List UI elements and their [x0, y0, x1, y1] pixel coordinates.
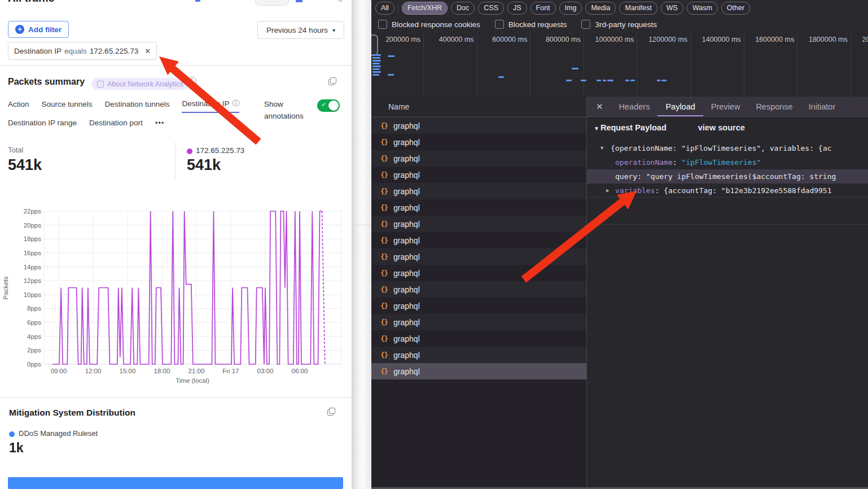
tab-destination-ip[interactable]: Destination IPⓘ: [182, 99, 239, 113]
timeline-tick-label: 1600000 ms: [755, 36, 794, 43]
divider: [587, 224, 868, 225]
svg-text:22pps: 22pps: [24, 208, 42, 215]
request-type-chip-doc[interactable]: Doc: [451, 2, 475, 15]
show-annotations-label: Show annotations: [264, 99, 310, 123]
svg-text:09:00: 09:00: [51, 368, 67, 374]
checkbox-blocked-requests[interactable]: Blocked requests: [495, 20, 567, 29]
request-payload-title[interactable]: ▼Request Payload: [594, 123, 667, 132]
mitigation-legend-label: DDoS Managed Ruleset: [19, 429, 98, 438]
request-row[interactable]: {}graphql: [371, 232, 586, 248]
request-row[interactable]: {}graphql: [371, 363, 586, 379]
request-type-chip-ws[interactable]: WS: [661, 2, 683, 15]
request-row[interactable]: {}graphql: [371, 347, 586, 363]
request-row[interactable]: {}graphql: [371, 134, 586, 150]
request-type-chip-manifest[interactable]: Manifest: [619, 2, 657, 15]
payload-line[interactable]: ▶variables: {accountTag: "b12e3b2192ee55…: [587, 184, 868, 198]
add-filter-button[interactable]: + Add filter: [8, 21, 69, 38]
name-column-header[interactable]: Name: [371, 97, 586, 117]
timeline-column: 400000 ms: [424, 33, 477, 97]
payload-key: variables: [615, 186, 655, 195]
request-row[interactable]: {}graphql: [371, 167, 586, 183]
request-row[interactable]: {}graphql: [371, 199, 586, 216]
collapsed-triangle-icon[interactable]: ▶: [606, 184, 609, 198]
request-name: graphql: [393, 285, 420, 294]
details-tab-initiator[interactable]: Initiator: [801, 97, 844, 116]
request-name: graphql: [393, 171, 420, 180]
time-range-dropdown[interactable]: Previous 24 hours ▾: [257, 21, 344, 39]
close-icon[interactable]: ✕: [596, 102, 603, 112]
request-row[interactable]: {}graphql: [371, 281, 586, 298]
timeline-tick-label: 2000000 ms: [862, 36, 868, 43]
expanded-triangle-icon[interactable]: ▼: [600, 141, 603, 155]
tab-destination-tunnels[interactable]: Destination tunnels: [105, 99, 170, 113]
request-row[interactable]: {}graphql: [371, 216, 586, 232]
cutoff-pill: [255, 0, 289, 6]
check-icon: ✓: [321, 101, 326, 108]
timeline-column: 1800000 ms: [797, 33, 851, 97]
svg-text:03:00: 03:00: [257, 368, 274, 374]
request-row[interactable]: {}graphql: [371, 314, 586, 330]
request-name: graphql: [393, 367, 420, 376]
request-type-chip-img[interactable]: Img: [559, 2, 582, 15]
payload-line[interactable]: query: "query ipFlowTimeseries($accountT…: [587, 169, 868, 184]
request-activity-mark: [388, 55, 394, 57]
svg-text:18:00: 18:00: [154, 368, 170, 374]
request-row[interactable]: {}graphql: [371, 150, 586, 167]
remove-filter-icon[interactable]: ✕: [144, 47, 151, 55]
timeline-column: 2000000 ms: [851, 33, 868, 97]
filter-value: 172.65.225.73: [90, 47, 138, 55]
request-type-chip-css[interactable]: CSS: [478, 2, 504, 15]
tab-action[interactable]: Action: [8, 99, 29, 113]
request-row[interactable]: {}graphql: [371, 183, 586, 199]
timeline-tick-label: 200000 ms: [385, 36, 420, 43]
payload-line[interactable]: ▼{operationName: "ipFlowTimeseries", var…: [587, 141, 868, 155]
timeline-tick-label: 1200000 ms: [648, 36, 687, 43]
network-overview-timeline[interactable]: 200000 ms400000 ms600000 ms800000 ms1000…: [371, 33, 868, 97]
cutoff-blue-mark-2: [296, 0, 303, 2]
payload-text: {operationName: "ipFlowTimeseries", vari…: [611, 144, 831, 152]
request-type-chip-media[interactable]: Media: [585, 2, 616, 15]
network-options-bar: Blocked response cookiesBlocked requests…: [371, 16, 868, 33]
request-type-chip-all[interactable]: All: [375, 2, 394, 15]
analytics-panel: All traffic + Add filter Previous 24 hou…: [0, 0, 352, 489]
request-payload-header: ▼Request Payload view source: [594, 123, 745, 132]
cutoff-gray-mark: [339, 0, 342, 2]
request-type-chip-other[interactable]: Other: [721, 2, 750, 15]
request-row[interactable]: {}graphql: [371, 265, 586, 281]
request-type-chip-js[interactable]: JS: [507, 2, 527, 15]
details-tab-response[interactable]: Response: [748, 97, 800, 116]
more-tabs-button[interactable]: •••: [155, 119, 165, 130]
request-activity-mark: [372, 74, 379, 76]
request-row[interactable]: {}graphql: [371, 330, 586, 347]
view-source-link[interactable]: view source: [698, 123, 745, 132]
request-activity-mark: [607, 80, 613, 81]
show-annotations-toggle[interactable]: ✓: [317, 99, 340, 112]
checkbox-blocked-response-cookies[interactable]: Blocked response cookies: [378, 20, 480, 29]
about-network-analytics-badge[interactable]: About Network Analytics: [91, 78, 189, 90]
svg-text:Time (local): Time (local): [176, 377, 209, 384]
divider: [0, 397, 352, 398]
expand-panel-icon[interactable]: [328, 77, 336, 85]
svg-text:6pps: 6pps: [27, 319, 41, 326]
filter-operator: equals: [64, 47, 87, 55]
tab-source-tunnels[interactable]: Source tunnels: [42, 99, 93, 113]
details-tab-payload[interactable]: Payload: [657, 97, 703, 116]
checkbox-3rd-party-requests[interactable]: 3rd-party requests: [581, 20, 657, 29]
request-type-chip-font[interactable]: Font: [531, 2, 556, 15]
timeline-column: 1200000 ms: [637, 33, 691, 97]
svg-text:2pps: 2pps: [27, 347, 41, 353]
details-tab-headers[interactable]: Headers: [611, 97, 658, 116]
details-tab-preview[interactable]: Preview: [703, 97, 748, 116]
request-row[interactable]: {}graphql: [371, 248, 586, 265]
tab-destination-ip-range[interactable]: Destination IP range: [8, 119, 77, 130]
divider: [175, 142, 176, 178]
filter-chip[interactable]: Destination IP equals 172.65.225.73 ✕: [8, 42, 157, 60]
tab-destination-port[interactable]: Destination port: [89, 119, 143, 130]
request-row[interactable]: {}graphql: [371, 298, 586, 314]
request-row[interactable]: {}graphql: [371, 117, 586, 134]
expand-panel-icon-2[interactable]: [327, 408, 335, 416]
payload-line[interactable]: operationName: "ipFlowTimeseries": [587, 155, 868, 169]
chip-separator: [398, 3, 398, 12]
request-type-chip-fetch-xhr[interactable]: Fetch/XHR: [402, 2, 448, 15]
request-type-chip-wasm[interactable]: Wasm: [687, 2, 718, 15]
